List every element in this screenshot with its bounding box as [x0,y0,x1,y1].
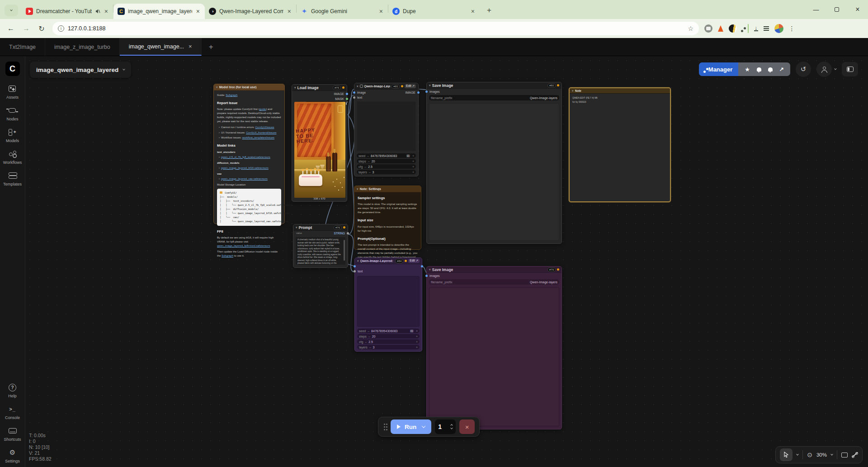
sidebar-item-workflows[interactable]: Workflows [3,149,22,165]
workflow-name-dropdown[interactable]: image_qwen_image_layered [30,62,131,78]
chevron-down-icon[interactable] [830,453,833,456]
reading-list-icon[interactable] [764,26,769,27]
decrement-icon[interactable] [450,426,453,429]
issues-link[interactable]: workflow_templates/issues [242,136,274,139]
cursor-tool-button[interactable] [780,448,793,461]
node-save-image-bypassed[interactable]: ▾ Save Image #79 images filename_prefix … [426,266,562,429]
camera-extension-icon[interactable] [704,24,712,33]
node-header[interactable]: ▾ Note [570,88,670,94]
input-slot-text[interactable]: text [355,269,422,274]
node-header[interactable]: ▾ Save Image #79 [427,267,561,273]
close-window-button[interactable]: × [847,0,868,19]
forward-button[interactable]: → [20,22,33,35]
issues-link[interactable]: ComfyUI_frontend/issues [246,131,276,134]
widget-filename-prefix[interactable]: filename_prefix Qwen-Image-layers [429,95,559,100]
dice-icon[interactable]: ⚄ [410,329,414,333]
bookmark-star-icon[interactable]: ☆ [688,25,693,32]
node-note-settings[interactable]: ▾ Note: Settings Sampler settings This m… [354,186,421,250]
chevron-down-icon[interactable] [834,67,837,70]
node-header[interactable]: ▾ Prompt #76 [293,224,348,231]
output-slot-string[interactable]: value STRING [293,231,348,235]
node-header[interactable]: ▾ Load Image #75 [292,85,347,91]
sidebar-item-shortcuts[interactable]: Shortcuts [4,426,21,442]
minimap-icon[interactable] [841,453,848,457]
image-preview[interactable]: HAPPY TO BE HERE. [294,102,345,198]
input-slot-text[interactable]: text [354,95,418,100]
collapse-icon[interactable]: ▾ [357,187,359,191]
widget-layers[interactable]: layers– 3 + [357,345,420,349]
string-slot-dot[interactable] [354,270,356,272]
drag-handle[interactable] [384,424,385,425]
increment-icon[interactable] [450,424,453,427]
bell-icon-2[interactable] [768,67,773,71]
close-tab-icon[interactable]: × [104,8,109,14]
star-icon[interactable]: ★ [745,66,750,73]
run-button[interactable]: Run [391,419,431,434]
collapse-icon[interactable]: ▾ [429,268,431,271]
history-button[interactable]: ↺ [796,62,811,77]
mask-slot-dot[interactable] [346,98,348,100]
lighthouse-extension-icon[interactable] [718,25,723,32]
image-slot-dot[interactable] [421,265,423,267]
output-slot-image[interactable]: IMAGE [292,91,347,96]
input-slot-image[interactable]: image [357,91,366,94]
zoom-level[interactable]: 30% [816,452,827,457]
workflow-tab-qwen-active[interactable]: image_qwen_image... × [120,38,202,56]
widget-layers[interactable]: layers– 3 + [357,170,416,174]
collapse-icon[interactable]: ▾ [572,89,574,92]
input-slot-images[interactable]: images [427,273,561,278]
node-header[interactable]: ▾ Save Image #80 [427,82,561,89]
dice-icon[interactable]: ⚄ [406,154,410,157]
cancel-button[interactable]: × [459,419,475,434]
input-slot-images[interactable]: images [427,89,561,94]
prompt-textarea[interactable]: A cinematic medium shot of a beautiful y… [296,237,345,265]
reload-button[interactable]: ↻ [35,22,48,35]
sidebar-item-assets[interactable]: Assets [6,84,19,100]
node-header[interactable]: ▾ Qwen-Image-Layered: Image to Layers #8… [354,83,418,90]
widget-steps[interactable]: steps– 20 + [357,159,416,163]
site-info-icon[interactable]: i [58,25,64,32]
address-bar[interactable]: i 127.0.0.1:8188 ☆ [52,22,699,35]
close-tab-icon[interactable]: × [470,8,476,14]
widget-seed[interactable]: seed– 847678954306083 ⚄+ [357,329,420,333]
batch-count-stepper[interactable]: 1 [435,419,456,434]
node-header[interactable]: ▾ Note: Settings [354,186,421,192]
sidebar-item-models[interactable]: ✦ Models [6,128,19,143]
sidebar-item-console[interactable]: >_ Console [5,405,20,420]
edit-subgraph-button[interactable]: Edit↗ [405,84,416,88]
widget-cfg[interactable]: cfg– 2.5 + [357,164,416,169]
image-slot-dot[interactable] [354,265,356,267]
collapse-icon[interactable]: ▾ [216,86,218,89]
browser-menu-icon[interactable]: ⋮ [789,25,795,32]
string-slot-dot[interactable] [353,96,355,99]
increment-icon[interactable]: + [416,335,418,338]
panel-toggle-button[interactable] [842,62,858,76]
output-slot-image[interactable]: IMAGE [405,91,415,94]
collapse-icon[interactable]: ▾ [357,259,359,262]
browser-tab-gemini[interactable]: ✦ Google Gemini × [297,4,388,19]
image-slot-dot[interactable] [425,275,428,277]
model-link[interactable]: qwen_image_layered_vae.safetensors [221,177,268,180]
close-tab-icon[interactable]: × [378,8,384,14]
speaker-muted-icon[interactable] [95,9,100,14]
new-tab-button[interactable]: + [483,5,495,16]
manager-button[interactable]: Manager [699,62,738,76]
image-slot-dot[interactable] [346,93,348,95]
sidebar-item-help[interactable]: ? Help [8,383,17,398]
collapse-icon[interactable]: ▾ [429,84,431,87]
collapse-icon[interactable]: ▾ [294,86,296,89]
sidebar-item-nodes[interactable]: Nodes [6,106,18,121]
image-slot-dot[interactable] [417,91,420,94]
widget-filename-prefix[interactable]: filename_prefix Qwen-Image-layers [429,279,559,285]
new-workflow-button[interactable]: + [202,38,221,56]
increment-icon[interactable]: + [416,329,418,333]
node-qwen-image-to-layers[interactable]: ▾ Qwen-Image-Layered: Image to Layers #8… [354,83,419,176]
downloads-icon[interactable]: ↓ [754,26,758,31]
string-slot-dot[interactable] [347,232,349,234]
close-workflow-tab-icon[interactable]: × [189,43,192,50]
profile-avatar[interactable] [774,24,783,33]
link-visibility-icon[interactable] [852,452,858,458]
subgraph-link[interactable]: Subgraph [226,94,237,96]
sidebar-item-templates[interactable]: Templates [3,171,22,186]
increment-icon[interactable]: + [416,346,418,349]
